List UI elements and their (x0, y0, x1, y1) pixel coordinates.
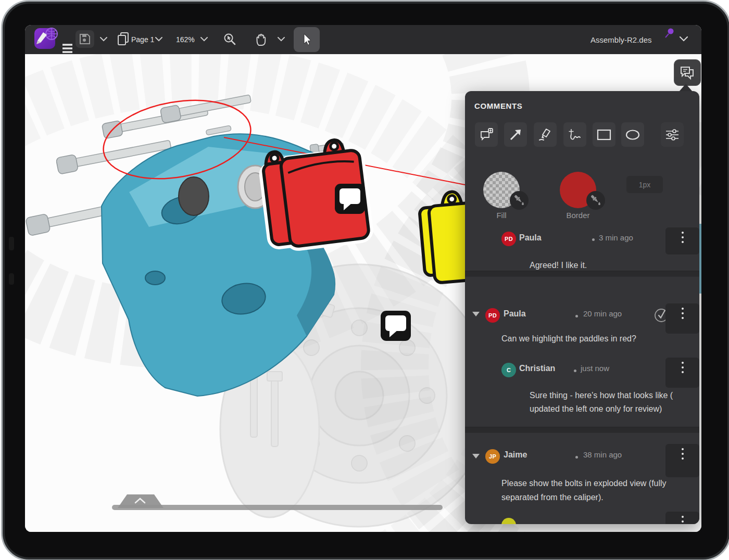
comment-menu-button[interactable] (665, 512, 699, 524)
stroke-width-field[interactable]: 1px (626, 176, 663, 193)
collaborator-pin-icon (664, 28, 675, 39)
border-eyedropper-button[interactable] (586, 191, 605, 210)
comment-marker[interactable] (335, 184, 365, 214)
dot-separator (574, 370, 576, 372)
comment-marker[interactable] (381, 311, 411, 341)
eyedropper-icon (512, 194, 526, 207)
dot-separator (575, 456, 578, 459)
collapse-thread-toggle[interactable] (472, 312, 480, 316)
thread-separator (465, 427, 699, 433)
comment-menu-button[interactable] (665, 303, 699, 334)
rectangle-icon (597, 129, 611, 141)
comment-text: Sure thing - here's how that looks like … (530, 389, 687, 416)
pages-icon[interactable] (117, 32, 130, 46)
arrow-icon (509, 128, 522, 142)
freehand-tool-button[interactable] (563, 122, 586, 147)
ellipse-icon (625, 129, 640, 141)
menu-icon[interactable] (61, 43, 74, 55)
dot-separator (575, 315, 578, 317)
comment-time: 20 min ago (583, 309, 622, 318)
zoom-level-value[interactable]: 162% (176, 35, 195, 44)
horizontal-scrollbar[interactable] (112, 505, 443, 510)
comments-icon (680, 66, 695, 80)
panel-title: COMMENTS (474, 101, 522, 110)
ellipse-tool-button[interactable] (621, 122, 644, 147)
app-logo-art (34, 27, 58, 51)
comment-time: just now (581, 364, 609, 373)
border-label: Border (555, 211, 601, 220)
avatar: PD (501, 232, 516, 246)
bezel-detail (9, 237, 14, 250)
page-label[interactable]: Page 1 (131, 35, 154, 44)
screenshot-root: Page 1 162% (0, 0, 729, 560)
marker-icon (538, 128, 552, 142)
save-menu-chevron[interactable] (99, 35, 108, 43)
cursor-icon (300, 32, 313, 47)
save-icon (79, 33, 91, 45)
hand-tool-icon[interactable] (254, 32, 269, 47)
app-logo[interactable] (34, 27, 58, 51)
comment-author: Jaime (504, 450, 527, 460)
comment-author: Paula (519, 233, 542, 243)
dot-separator (592, 238, 595, 241)
avatar (501, 518, 516, 524)
sliders-icon (665, 128, 680, 142)
panel-caret (679, 84, 693, 92)
avatar: PD (485, 308, 500, 323)
comment-author: Christian (519, 364, 555, 373)
app-toolbar: Page 1 162% (25, 25, 701, 55)
avatar: C (501, 363, 516, 377)
settings-tool-button[interactable] (661, 122, 684, 147)
eyedropper-icon (589, 194, 602, 207)
comment-time: 38 min ago (583, 450, 622, 459)
comment-menu-button[interactable] (665, 444, 699, 477)
fill-label: Fill (478, 211, 525, 220)
comments-toggle-button[interactable] (674, 59, 701, 86)
zoom-chevron[interactable] (200, 35, 208, 43)
fill-eyedropper-button[interactable] (510, 191, 529, 210)
save-button[interactable] (76, 30, 94, 48)
comment-text: Please show the bolts in exploded view (… (501, 476, 676, 504)
tablet-screen: Page 1 162% (25, 25, 701, 532)
bezel-detail (9, 273, 14, 285)
document-menu-chevron[interactable] (679, 35, 688, 43)
hand-tool-chevron[interactable] (277, 35, 285, 43)
avatar: JP (485, 449, 500, 464)
comment-time: 3 min ago (599, 233, 633, 242)
zoom-tool-icon[interactable] (223, 32, 237, 47)
thread-separator (465, 271, 699, 277)
marker-tool-button[interactable] (534, 122, 557, 147)
add-comment-icon (480, 128, 494, 142)
collapse-thread-toggle[interactable] (472, 454, 480, 459)
select-tool-button[interactable] (294, 27, 320, 52)
page-chevron[interactable] (155, 35, 163, 43)
comment-author: Paula (504, 309, 526, 319)
comment-menu-button[interactable] (665, 358, 699, 388)
comment-text: Can we highlight the paddles in red? (501, 332, 678, 346)
arrow-tool-button[interactable] (504, 122, 527, 147)
add-comment-tool-button[interactable] (475, 122, 498, 147)
document-title[interactable]: Assembly-R2.des (590, 35, 652, 44)
comment-menu-button[interactable] (665, 227, 699, 254)
freehand-icon (568, 128, 582, 142)
comments-panel: COMMENTS (465, 91, 699, 524)
rectangle-tool-button[interactable] (593, 122, 615, 147)
